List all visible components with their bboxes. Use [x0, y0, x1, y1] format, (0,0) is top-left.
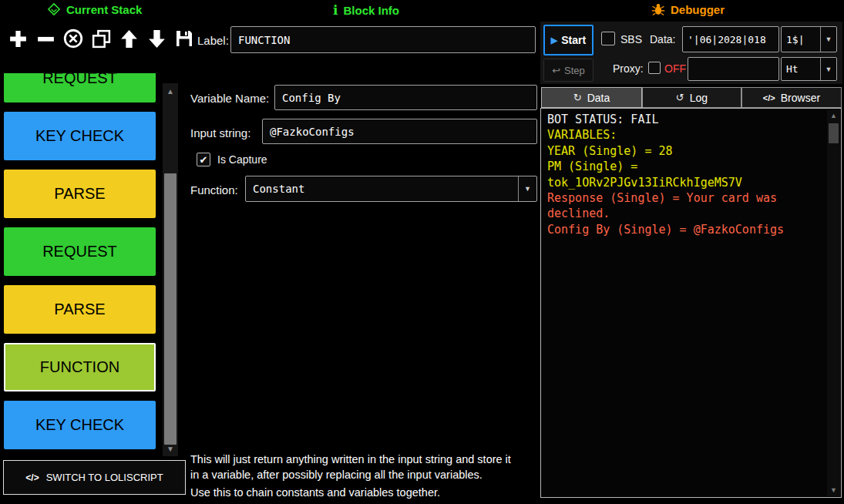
block-description-line: Use this to chain constants and variable… [190, 486, 440, 499]
stack-block-label: PARSE [54, 301, 105, 318]
block-info-title: Block Info [343, 4, 399, 17]
is-capture-label: Is Capture [217, 153, 267, 166]
history-icon: ↺ [676, 92, 684, 103]
sbs-label: SBS [620, 33, 642, 45]
block-info-header: i Block Info [333, 2, 399, 18]
check-icon: ✔ [200, 154, 208, 166]
current-stack-title: Current Stack [66, 3, 142, 16]
stack-block-keycheck-2[interactable]: KEY CHECK [4, 401, 156, 449]
function-selected-value: Constant [246, 176, 518, 201]
scroll-down-arrow[interactable]: ▼ [163, 441, 178, 456]
output-line: PM (Single) = tok_1ORv2PJGv13IiRCkhIgeMS… [547, 159, 825, 190]
function-caption: Function: [190, 183, 238, 197]
proxy-status: OFF [664, 62, 686, 75]
function-dropdown[interactable]: Constant ▼ [245, 176, 537, 202]
arrow-up-icon [119, 29, 140, 49]
stack-block-parse-1[interactable]: PARSE [4, 170, 156, 218]
data-input[interactable] [682, 26, 779, 52]
tab-data[interactable]: ↻ Data [541, 87, 642, 108]
bug-icon [651, 2, 665, 16]
input-string-input[interactable] [262, 119, 537, 144]
step-button[interactable]: ↩ Step [543, 59, 593, 82]
move-down-button[interactable] [143, 23, 170, 54]
tab-log[interactable]: ↺ Log [642, 87, 741, 108]
step-icon: ↩ [552, 65, 560, 76]
wordlist-type-dropdown[interactable]: 1$| ▼ [781, 26, 837, 52]
debugger-output-panel: BOT STATUS: FAIL VARIABLES: YEAR (Single… [540, 108, 842, 498]
label-caption: Label: [197, 34, 229, 47]
save-icon [174, 29, 194, 49]
delete-block-button[interactable] [60, 23, 86, 54]
code-icon: </> [763, 93, 775, 102]
proxy-type-value: Ht [782, 58, 820, 80]
output-scrollbar[interactable]: ▲ ▼ [827, 109, 840, 496]
tab-log-label: Log [690, 92, 708, 104]
stack-block-list: REQUEST KEY CHECK PARSE REQUEST PARSE FU… [4, 73, 158, 455]
circled-x-icon [62, 28, 84, 49]
data-caption: Data: [650, 33, 675, 45]
stack-block-keycheck-1[interactable]: KEY CHECK [4, 112, 156, 160]
tab-browser-label: Browser [781, 92, 820, 104]
remove-block-button[interactable] [32, 23, 59, 54]
step-button-label: Step [564, 65, 585, 76]
openbullet-stacker-window: Current Stack i Block Info Debugger [0, 0, 844, 504]
stack-block-request-1[interactable]: REQUEST [4, 73, 156, 102]
scroll-down-arrow[interactable]: ▼ [827, 484, 840, 496]
output-line: Config By (Single) = @FazkoConfigs [547, 222, 825, 237]
is-capture-checkbox[interactable]: ✔ [197, 153, 210, 166]
output-line: BOT STATUS: FAIL [547, 112, 825, 127]
add-block-button[interactable] [5, 23, 31, 54]
output-line: YEAR (Single) = 28 [547, 143, 825, 159]
stack-block-request-2[interactable]: REQUEST [4, 227, 156, 276]
stack-block-label: PARSE [54, 185, 105, 203]
refresh-icon: ↻ [573, 92, 582, 103]
minus-icon [35, 29, 56, 49]
info-icon: i [333, 2, 338, 18]
block-description-line: This will just return anything written i… [190, 453, 511, 465]
output-line: VARIABLES: [547, 127, 825, 143]
start-button-label: Start [561, 34, 586, 46]
stack-block-label: FUNCTION [40, 358, 119, 376]
wordlist-type-value: 1$| [782, 27, 820, 52]
stack-block-label: KEY CHECK [35, 127, 124, 145]
scrollbar-thumb[interactable] [829, 123, 839, 143]
proxy-checkbox[interactable] [648, 62, 661, 74]
current-stack-header: Current Stack [47, 2, 142, 16]
duplicate-icon [91, 29, 112, 49]
stack-block-parse-2[interactable]: PARSE [4, 285, 156, 334]
plus-icon [8, 29, 29, 49]
stack-block-function-selected[interactable]: FUNCTION [4, 343, 156, 391]
arrow-down-icon [146, 29, 167, 49]
switch-to-loliscript-label: SWITCH TO LOLISCRIPT [46, 472, 163, 483]
stack-block-label: REQUEST [42, 243, 117, 260]
stack-toolbar [5, 23, 197, 54]
scrollbar-thumb[interactable] [164, 173, 177, 445]
move-up-button[interactable] [116, 23, 142, 54]
stack-block-label: KEY CHECK [35, 416, 124, 434]
tab-browser[interactable]: </> Browser [741, 87, 842, 108]
switch-to-loliscript-button[interactable]: </> SWITCH TO LOLISCRIPT [3, 460, 186, 495]
scroll-up-arrow[interactable]: ▲ [827, 109, 840, 122]
stack-scrollbar[interactable]: ▲ ▼ [163, 83, 178, 456]
proxy-type-dropdown[interactable]: Ht ▼ [781, 57, 837, 81]
chevron-down-icon: ▼ [518, 176, 536, 201]
chevron-down-icon: ▼ [820, 27, 836, 52]
variable-name-caption: Variable Name: [190, 92, 269, 105]
chevron-down-icon: ▼ [820, 58, 836, 80]
proxy-input[interactable] [688, 57, 779, 81]
debugger-title: Debugger [671, 3, 725, 16]
block-description-line: in a variable, after possibly replacing … [190, 469, 483, 481]
sbs-checkbox[interactable] [601, 32, 615, 45]
debugger-header: Debugger [651, 2, 725, 16]
label-input[interactable] [230, 26, 536, 53]
stack-diamond-icon [47, 2, 61, 16]
variable-name-input[interactable] [274, 85, 537, 110]
clone-block-button[interactable] [88, 23, 114, 54]
play-icon: ▶ [551, 35, 557, 45]
code-icon: </> [25, 472, 39, 483]
start-button[interactable]: ▶ Start [543, 25, 593, 55]
proxy-caption: Proxy: [613, 62, 644, 75]
save-config-button[interactable] [171, 23, 197, 54]
tab-data-label: Data [587, 92, 610, 104]
scroll-up-arrow[interactable]: ▲ [163, 83, 178, 99]
